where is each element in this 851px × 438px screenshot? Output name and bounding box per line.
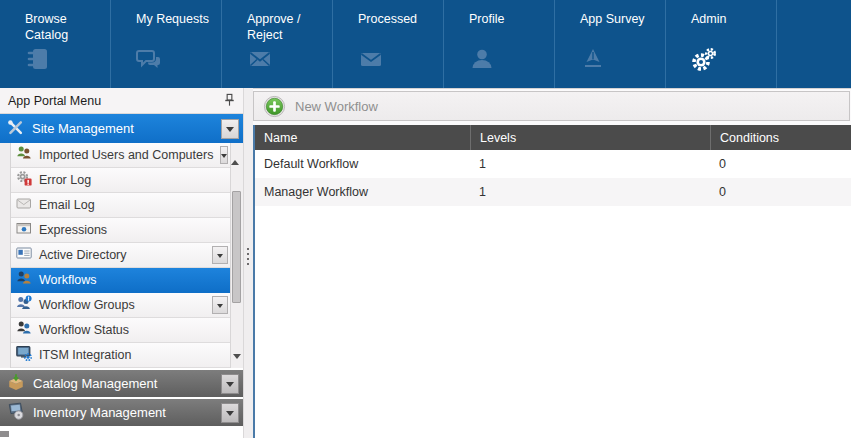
cell-name: Manager Workflow [255,185,470,199]
sidebar: App Portal Menu Sit [0,88,243,438]
sidebar-title: App Portal Menu [8,94,101,108]
sidebar-item-workflows[interactable]: Workflows [11,268,230,293]
sidebar-item-active-directory[interactable]: Active Directory [11,243,230,268]
section-label: Catalog Management [33,376,157,391]
column-header-levels[interactable]: Levels [470,125,710,150]
item-label: Imported Users and Computers [39,148,213,162]
sidebar-filler [0,426,243,438]
tab-label: Admin [691,11,775,45]
mail-approve-icon [247,46,332,76]
tab-admin[interactable]: Admin [666,0,777,88]
item-label: Email Log [39,198,95,212]
people-info-icon [16,295,32,315]
item-label: Workflow Groups [39,298,135,312]
tab-label: Approve / Reject [247,11,331,45]
sidebar-section-site-management[interactable]: Site Management [0,114,243,143]
chat-bubbles-icon [136,46,221,76]
submenu-scrollbar[interactable] [230,143,243,368]
pin-icon[interactable] [222,93,237,108]
sidebar-item-workflow-status[interactable]: Workflow Status [11,318,230,343]
section-label: Inventory Management [33,405,166,420]
person-icon [469,46,554,76]
gear-error-icon [16,170,32,190]
column-header-conditions[interactable]: Conditions [710,125,851,150]
tab-my-requests[interactable]: My Requests [111,0,222,88]
sidebar-item-expressions[interactable]: Expressions [11,218,230,243]
splitter-handle[interactable] [247,248,249,265]
tab-label: App Survey [580,11,664,45]
monitor-gear-icon [16,345,32,365]
sidebar-item-error-log[interactable]: Error Log [11,168,230,193]
section-dropdown-button[interactable] [221,119,239,139]
scrollbar-thumb[interactable] [232,191,241,303]
tab-label: My Requests [136,11,220,45]
item-dropdown-button[interactable] [212,246,228,264]
main-panel: New Workflow Name Levels Conditions Defa… [253,88,851,438]
nav-filler [777,0,851,88]
tab-browse-catalog[interactable]: Browse Catalog [0,0,111,88]
tools-icon [7,119,24,139]
people-status-icon [16,320,32,340]
users-computers-icon [16,145,32,165]
item-label: Expressions [39,223,107,237]
window-icon [16,220,32,240]
item-dropdown-button[interactable] [220,146,228,164]
table-row-manager-workflow[interactable]: Manager Workflow 1 0 [255,178,851,206]
id-card-icon [16,245,32,265]
inventory-icon [7,402,25,423]
sidebar-item-imported-users-and-computers[interactable]: Imported Users and Computers [11,143,230,168]
new-workflow-label: New Workflow [295,99,378,114]
tab-label: Processed [358,11,442,45]
cell-conditions: 0 [710,157,851,171]
site-management-submenu: Imported Users and Computers [0,143,243,368]
cell-levels: 1 [470,157,710,171]
add-icon [263,95,286,118]
sidebar-section-catalog-management[interactable]: Catalog Management [0,368,243,397]
cell-name: Default Workflow [255,157,470,171]
workflows-grid: Name Levels Conditions Default Workflow … [253,125,851,438]
tab-processed[interactable]: Processed [333,0,444,88]
workflow-toolbar: New Workflow [253,91,850,121]
sidebar-item-itsm-integration[interactable]: ITSM Integration [11,343,230,368]
column-header-name[interactable]: Name [255,125,470,150]
new-workflow-button[interactable]: New Workflow [263,95,378,118]
sidebar-header: App Portal Menu [0,88,243,114]
tab-app-survey[interactable]: App Survey [555,0,666,88]
scroll-down-icon[interactable] [233,354,241,363]
pen-icon [580,46,665,76]
section-dropdown-button[interactable] [221,374,239,394]
item-label: ITSM Integration [39,348,131,362]
table-row-default-workflow[interactable]: Default Workflow 1 0 [255,150,851,178]
panel-splitter[interactable] [243,88,253,438]
gears-icon [691,46,776,76]
envelope-icon [16,195,32,215]
tab-label: Browse Catalog [25,11,109,45]
top-navigation: Browse Catalog My Requests Approve [0,0,851,88]
people-icon [16,270,32,290]
item-label: Workflows [39,273,96,287]
sidebar-section-inventory-management[interactable]: Inventory Management [0,397,243,426]
item-label: Error Log [39,173,91,187]
item-dropdown-button[interactable] [212,296,228,314]
mail-icon [358,46,443,76]
tab-label: Profile [469,11,553,45]
box-icon [7,373,25,394]
scroll-up-icon[interactable] [231,139,239,165]
cell-conditions: 0 [710,185,851,199]
next-section-sliver [0,431,9,437]
section-label: Site Management [32,121,134,136]
app-portal-window: Browse Catalog My Requests Approve [0,0,851,438]
tab-profile[interactable]: Profile [444,0,555,88]
sidebar-item-email-log[interactable]: Email Log [11,193,230,218]
grid-header: Name Levels Conditions [255,125,851,150]
cell-levels: 1 [470,185,710,199]
item-label: Active Directory [39,248,127,262]
sidebar-item-workflow-groups[interactable]: Workflow Groups [11,293,230,318]
section-dropdown-button[interactable] [221,403,239,423]
notebook-icon [25,46,110,76]
item-label: Workflow Status [39,323,129,337]
tab-approve-reject[interactable]: Approve / Reject [222,0,333,88]
